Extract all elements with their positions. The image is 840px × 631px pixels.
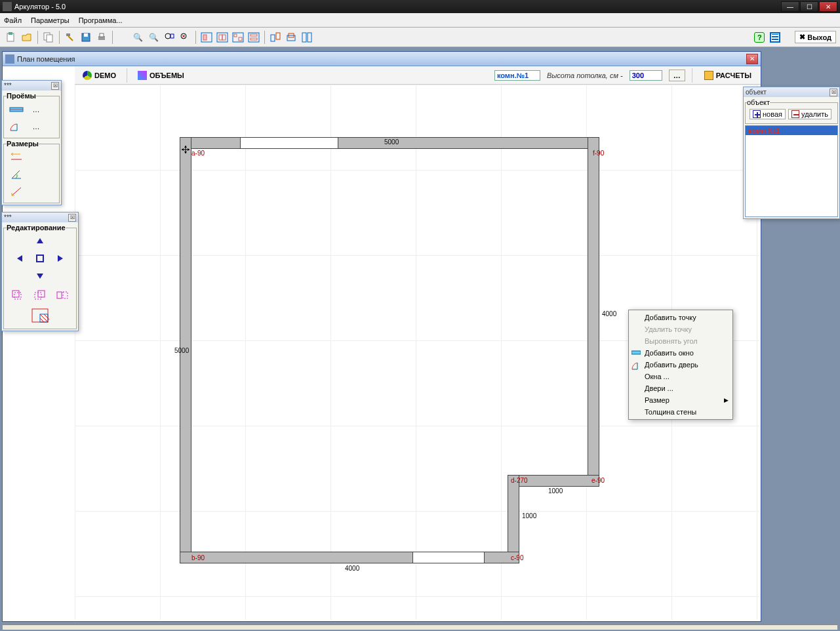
door-more-icon[interactable]: … xyxy=(28,119,45,134)
tb-view3-icon[interactable] xyxy=(231,30,245,45)
volumes-button[interactable]: ОБЪЕМЫ xyxy=(134,70,188,81)
close-button[interactable]: ✕ xyxy=(819,1,837,12)
ctx-wall-thickness[interactable]: Толщина стены xyxy=(629,406,732,418)
wall-right-upper[interactable] xyxy=(588,137,599,485)
ctx-doors[interactable]: Двери ... xyxy=(629,382,732,394)
ctx-align-angle-label: Выровнять угол xyxy=(645,337,698,345)
grid-toggle-icon[interactable] xyxy=(770,32,780,43)
svg-rect-11 xyxy=(170,34,174,38)
svg-rect-42 xyxy=(631,351,641,354)
tb-sep xyxy=(59,31,60,44)
tb-zoom100-icon[interactable] xyxy=(178,30,192,45)
calc-button[interactable]: РАСЧЕТЫ xyxy=(699,70,757,81)
tb-zoomfit-icon[interactable] xyxy=(162,30,176,45)
ctx-size[interactable]: Размер▶ xyxy=(629,394,732,406)
wall-top-opening[interactable] xyxy=(240,137,338,149)
tb-open-icon[interactable] xyxy=(20,30,34,45)
room-name-input[interactable] xyxy=(494,70,540,81)
svg-rect-35 xyxy=(12,291,19,297)
tb-zoomin-icon[interactable]: 🔍 xyxy=(130,30,145,45)
ctx-add-door-label: Добавить дверь xyxy=(645,361,698,369)
dim-h-tool-icon[interactable] xyxy=(8,150,25,165)
dim-top: 5000 xyxy=(383,138,400,146)
openings-group: Проёмы … … xyxy=(3,92,60,138)
window-icon xyxy=(631,349,641,358)
sub-sep xyxy=(692,68,692,83)
tb-print-icon[interactable] xyxy=(94,30,109,45)
object-list[interactable]: комн.№1 xyxy=(745,125,838,217)
object-close-icon[interactable]: ☒ xyxy=(830,89,837,96)
svg-rect-4 xyxy=(66,33,70,36)
toolbox-openings[interactable]: *** ☒ Проёмы … … Размеры xyxy=(1,80,62,205)
tb-new-icon[interactable] xyxy=(4,30,18,45)
window-tool-icon[interactable] xyxy=(8,102,25,117)
ceiling-height-input[interactable] xyxy=(630,70,662,81)
tb-hammer-icon[interactable] xyxy=(63,30,77,45)
rotate-cw-icon[interactable] xyxy=(31,288,49,302)
corner-b: b-90 xyxy=(190,554,206,561)
toolbox1-close-icon[interactable]: ☒ xyxy=(51,82,59,90)
wall-step-vert[interactable] xyxy=(508,475,519,563)
tb-view4-icon[interactable] xyxy=(247,30,261,45)
tb-sep xyxy=(195,31,196,44)
object-new-button[interactable]: новая xyxy=(750,109,786,119)
sub-sep xyxy=(127,68,127,83)
tb-view2-icon[interactable] xyxy=(215,30,230,45)
statusbar xyxy=(3,624,837,630)
window-more-icon[interactable]: … xyxy=(28,102,45,117)
rotate-ccw-icon[interactable] xyxy=(9,288,26,302)
move-down-icon[interactable] xyxy=(31,268,49,283)
svg-rect-34 xyxy=(14,293,21,299)
mirror-icon[interactable] xyxy=(54,288,71,302)
object-palette[interactable]: объект ☒ объект новая удалить комн.№1 xyxy=(743,87,840,219)
menu-params[interactable]: Параметры xyxy=(31,16,70,24)
object-list-item[interactable]: комн.№1 xyxy=(746,126,837,135)
sizes-group: Размеры xyxy=(3,140,60,203)
edit-label: Редактирование xyxy=(7,224,66,232)
dim-diag-tool-icon[interactable] xyxy=(8,184,25,199)
toolbox-edit[interactable]: *** ☒ Редактирование xyxy=(1,212,79,331)
ctx-add-door[interactable]: Добавить дверь xyxy=(629,359,732,371)
wall-bottom-opening[interactable] xyxy=(412,552,485,563)
dim-bottom: 4000 xyxy=(344,565,361,572)
tb-zoomout-icon[interactable]: 🔍 xyxy=(146,30,161,45)
door-tool-icon[interactable] xyxy=(8,119,25,134)
tb-sep xyxy=(112,31,113,44)
toolbox1-titlebar[interactable]: *** ☒ xyxy=(2,81,61,91)
svg-rect-25 xyxy=(276,33,280,39)
dim-angle-tool-icon[interactable] xyxy=(8,167,25,182)
corner-a-marker[interactable] xyxy=(181,145,190,155)
menu-file[interactable]: Файл xyxy=(4,16,22,24)
tb-layer3-icon[interactable] xyxy=(300,30,314,45)
ctx-windows[interactable]: Окна ... xyxy=(629,371,732,382)
move-up-icon[interactable] xyxy=(31,234,49,249)
tb-sep xyxy=(264,31,265,44)
corner-a: a-90 xyxy=(190,150,206,157)
tb-copy-icon[interactable] xyxy=(41,30,56,45)
object-delete-button[interactable]: удалить xyxy=(788,109,831,119)
menubar: Файл Параметры Программа... xyxy=(0,13,840,28)
menu-program[interactable]: Программа... xyxy=(79,16,123,24)
ctx-add-point[interactable]: Добавить точку xyxy=(629,312,732,323)
plan-titlebar[interactable]: План помещения ✕ xyxy=(3,52,761,66)
move-center-icon[interactable] xyxy=(31,251,49,266)
tb-layer1-icon[interactable] xyxy=(268,30,283,45)
minimize-button[interactable]: — xyxy=(781,1,799,12)
tb-view1-icon[interactable] xyxy=(199,30,214,45)
demo-button[interactable]: DEMO xyxy=(79,70,120,81)
toolbox2-close-icon[interactable]: ☒ xyxy=(68,214,76,222)
toolbox2-titlebar[interactable]: *** ☒ xyxy=(2,213,78,222)
exit-button[interactable]: ✖ Выход xyxy=(795,31,836,43)
maximize-button[interactable]: ☐ xyxy=(800,1,818,12)
hatch-tool-icon[interactable] xyxy=(29,306,51,325)
ctx-add-window[interactable]: Добавить окно xyxy=(629,347,732,359)
tb-save-icon[interactable] xyxy=(79,30,93,45)
context-menu: Добавить точку Удалить точку Выровнять у… xyxy=(628,310,733,420)
plan-close-button[interactable]: ✕ xyxy=(746,54,758,64)
ceiling-more-button[interactable]: … xyxy=(669,70,685,81)
object-titlebar[interactable]: объект ☒ xyxy=(744,87,839,97)
tb-layer2-icon[interactable] xyxy=(284,30,298,45)
help-icon[interactable]: ? xyxy=(754,32,765,43)
move-left-icon[interactable] xyxy=(12,251,29,266)
move-right-icon[interactable] xyxy=(51,251,68,266)
